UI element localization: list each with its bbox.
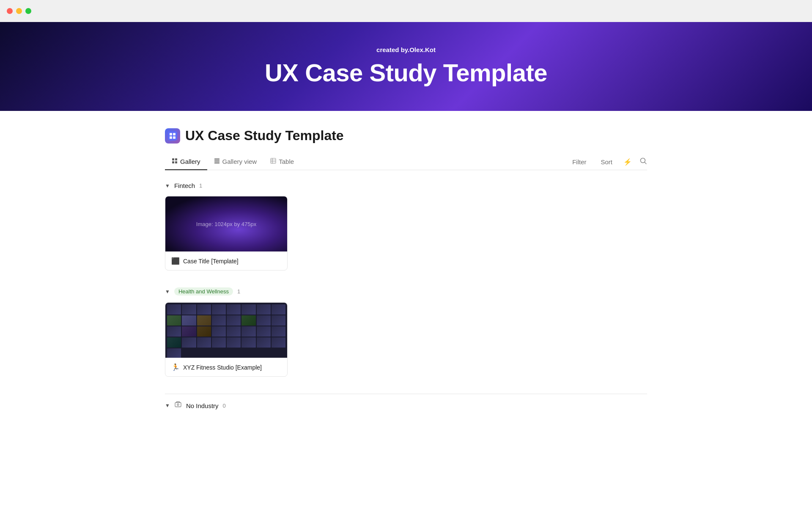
fitness-cell	[167, 304, 181, 315]
health-chevron-icon: ▼	[165, 289, 170, 295]
fintech-image-label: Image: 1024px by 475px	[196, 221, 256, 227]
no-industry-chevron-icon: ▼	[165, 403, 170, 409]
svg-rect-5	[172, 158, 174, 160]
page-icon	[165, 128, 180, 144]
section-health-header[interactable]: ▼ Health and Wellness 1	[165, 287, 647, 295]
section-fintech: ▼ Fintech 1 Image: 1024px by 475px ⬛ Cas…	[165, 182, 647, 271]
svg-line-17	[645, 162, 646, 164]
card-xyz-fitness[interactable]: 🏃 XYZ Fitness Studio [Example]	[165, 302, 288, 377]
fintech-chevron-icon: ▼	[165, 183, 170, 189]
tab-gallery-view-label: Gallery view	[222, 158, 257, 165]
tabs: Gallery Gallery view Table	[165, 154, 301, 170]
card-template-title: Case Title [Template]	[183, 258, 239, 265]
sort-button[interactable]: Sort	[597, 157, 616, 167]
fitness-cell	[227, 337, 241, 348]
page-heading: UX Case Study Template	[165, 128, 647, 144]
svg-rect-8	[175, 161, 177, 163]
card-fintech-image: Image: 1024px by 475px	[165, 196, 287, 251]
no-industry-header[interactable]: ▼ No Industry 0	[165, 401, 647, 410]
svg-rect-18	[175, 403, 181, 407]
tab-table[interactable]: Table	[263, 154, 301, 170]
fitness-cell	[197, 326, 211, 337]
svg-rect-0	[168, 131, 177, 141]
svg-rect-3	[170, 136, 172, 139]
fintech-label: Fintech	[174, 182, 195, 189]
fitness-cell	[197, 315, 211, 326]
fitness-cell	[182, 337, 196, 348]
fitness-cell	[182, 315, 196, 326]
fitness-cell	[272, 337, 285, 348]
card-fitness-icon: 🏃	[171, 363, 180, 371]
health-label: Health and Wellness	[178, 288, 229, 295]
filter-button[interactable]: Filter	[569, 157, 590, 167]
no-industry-count: 0	[223, 403, 226, 409]
svg-rect-2	[173, 133, 176, 135]
health-cards-grid: 🏃 XYZ Fitness Studio [Example]	[165, 302, 647, 377]
table-tab-icon	[270, 158, 276, 165]
fintech-cards-grid: Image: 1024px by 475px ⬛ Case Title [Tem…	[165, 196, 647, 271]
tab-table-label: Table	[279, 158, 294, 165]
svg-rect-12	[271, 158, 276, 163]
svg-point-19	[177, 404, 179, 406]
fitness-cell	[227, 326, 241, 337]
fitness-cell	[272, 315, 285, 326]
svg-rect-9	[214, 158, 219, 160]
svg-rect-11	[214, 162, 219, 164]
fitness-cell	[241, 315, 255, 326]
section-health-wellness: ▼ Health and Wellness 1	[165, 287, 647, 377]
close-button[interactable]	[7, 8, 13, 14]
banner: created by.Olex.Kot UX Case Study Templa…	[0, 22, 812, 111]
fitness-cell	[227, 315, 241, 326]
fitness-cell	[167, 337, 181, 348]
tab-gallery-label: Gallery	[180, 158, 200, 165]
tab-gallery[interactable]: Gallery	[165, 154, 207, 170]
fitness-cell	[272, 326, 285, 337]
card-template-icon: ⬛	[171, 257, 180, 265]
section-no-industry: ▼ No Industry 0	[165, 401, 647, 410]
titlebar	[0, 0, 812, 22]
minimize-button[interactable]	[16, 8, 22, 14]
health-count: 1	[237, 288, 240, 295]
lightning-icon[interactable]: ⚡	[623, 158, 632, 166]
tab-gallery-view[interactable]: Gallery view	[207, 154, 264, 170]
svg-rect-6	[175, 158, 177, 160]
toolbar-actions: Filter Sort ⚡	[569, 157, 647, 167]
fitness-cell	[257, 337, 271, 348]
fitness-cell	[241, 326, 255, 337]
fitness-cell	[197, 304, 211, 315]
card-fintech-footer: ⬛ Case Title [Template]	[165, 251, 287, 270]
fitness-cell	[227, 304, 241, 315]
page-title: UX Case Study Template	[185, 128, 344, 144]
no-industry-label: No Industry	[186, 402, 219, 409]
svg-rect-1	[170, 133, 172, 135]
fitness-cell	[167, 326, 181, 337]
svg-rect-4	[173, 136, 176, 139]
fitness-cell	[257, 304, 271, 315]
fitness-cell	[257, 326, 271, 337]
gallery-tab-icon	[172, 158, 178, 165]
toolbar: Gallery Gallery view Table Filter Sort ⚡	[165, 154, 647, 170]
fitness-cell	[182, 304, 196, 315]
fitness-cell	[241, 337, 255, 348]
fitness-cell	[167, 315, 181, 326]
fitness-cell	[241, 304, 255, 315]
fitness-cell	[182, 326, 196, 337]
card-fitness-footer: 🏃 XYZ Fitness Studio [Example]	[165, 358, 287, 376]
fitness-cell	[212, 337, 226, 348]
card-case-title-template[interactable]: Image: 1024px by 475px ⬛ Case Title [Tem…	[165, 196, 288, 271]
banner-title: UX Case Study Template	[265, 58, 547, 87]
fitness-cell	[272, 304, 285, 315]
svg-rect-10	[214, 160, 219, 162]
fitness-cell	[167, 348, 181, 358]
section-divider	[165, 394, 647, 394]
health-label-pill: Health and Wellness	[174, 287, 233, 295]
maximize-button[interactable]	[25, 8, 31, 14]
banner-subtitle: created by.Olex.Kot	[376, 46, 436, 53]
svg-rect-7	[172, 161, 174, 163]
fitness-cell	[197, 337, 211, 348]
search-icon[interactable]	[639, 157, 647, 166]
card-fitness-title: XYZ Fitness Studio [Example]	[183, 364, 262, 371]
no-industry-image-icon	[174, 401, 182, 410]
card-fitness-image	[165, 303, 287, 358]
section-fintech-header[interactable]: ▼ Fintech 1	[165, 182, 647, 189]
